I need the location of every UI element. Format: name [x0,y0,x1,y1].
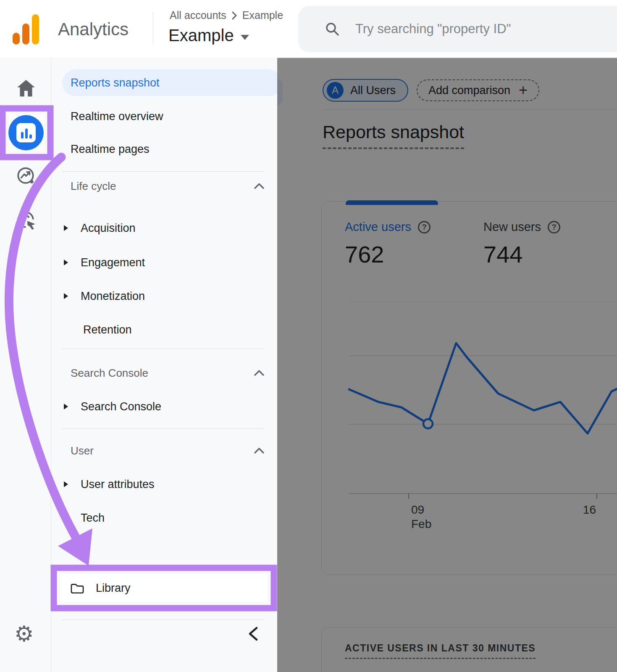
nav-item-engagement[interactable]: Engagement [64,253,145,272]
search-icon [324,21,340,37]
collapse-section-icon[interactable] [254,442,265,459]
chevron-down-icon [241,35,249,40]
bar-chart-icon [16,123,36,142]
expand-arrow-icon[interactable] [64,260,68,265]
expand-arrow-icon[interactable] [64,225,68,231]
reports-icon[interactable] [8,115,44,150]
breadcrumb: All accounts Example [170,9,283,21]
nav-item-search-console[interactable]: Search Console [64,397,161,416]
breadcrumb-all-accounts[interactable]: All accounts [170,9,226,21]
property-selector[interactable]: Example [168,26,249,45]
section-life-cycle: Life cycle [71,178,116,194]
icon-rail: ⚙ [0,58,51,672]
collapse-nav-icon[interactable] [245,625,264,643]
admin-gear-icon[interactable]: ⚙ [14,622,34,646]
nav-divider [62,171,265,172]
nav-item-user-attributes[interactable]: User attributes [64,475,155,494]
section-search-console: Search Console [71,365,148,381]
search-bar[interactable] [298,6,617,52]
explore-icon[interactable] [16,165,37,186]
nav-item-realtime-overview[interactable]: Realtime overview [71,107,163,126]
collapse-section-icon[interactable] [254,178,265,194]
dim-overlay [277,58,617,672]
home-icon[interactable] [16,78,37,99]
chevron-right-icon [231,10,238,21]
app-header: Analytics All accounts Example Example [0,0,617,58]
nav-divider [62,620,265,620]
nav-item-monetization[interactable]: Monetization [64,287,145,305]
header-divider [153,12,153,45]
collapse-section-icon[interactable] [254,365,265,381]
main-content: A All Users Add comparison + Reports sna… [277,58,617,672]
nav-item-realtime-pages[interactable]: Realtime pages [71,140,150,158]
nav-divider [62,349,265,349]
expand-arrow-icon[interactable] [64,293,68,299]
expand-arrow-icon[interactable] [64,404,68,410]
expand-arrow-icon[interactable] [64,515,68,521]
product-name: Analytics [58,19,129,39]
nav-item-tech[interactable]: Tech [64,509,105,527]
nav-item-retention[interactable]: Retention [83,320,132,339]
expand-arrow-icon[interactable] [64,481,68,487]
search-input[interactable] [354,21,591,37]
logo-bar [32,14,39,45]
breadcrumb-current[interactable]: Example [242,9,283,21]
folder-icon [70,582,85,594]
logo-bar [13,33,20,45]
logo-bar [22,24,29,45]
report-nav: Reports snapshot Realtime overview Realt… [51,58,277,672]
section-user: User [71,442,94,459]
property-name: Example [168,26,234,45]
nav-item-reports-snapshot[interactable]: Reports snapshot [62,69,282,96]
advertising-icon[interactable] [16,210,37,231]
nav-item-acquisition[interactable]: Acquisition [64,219,136,237]
nav-item-library[interactable]: Library [70,576,131,600]
analytics-logo-icon[interactable] [13,13,39,45]
nav-divider [62,428,265,429]
